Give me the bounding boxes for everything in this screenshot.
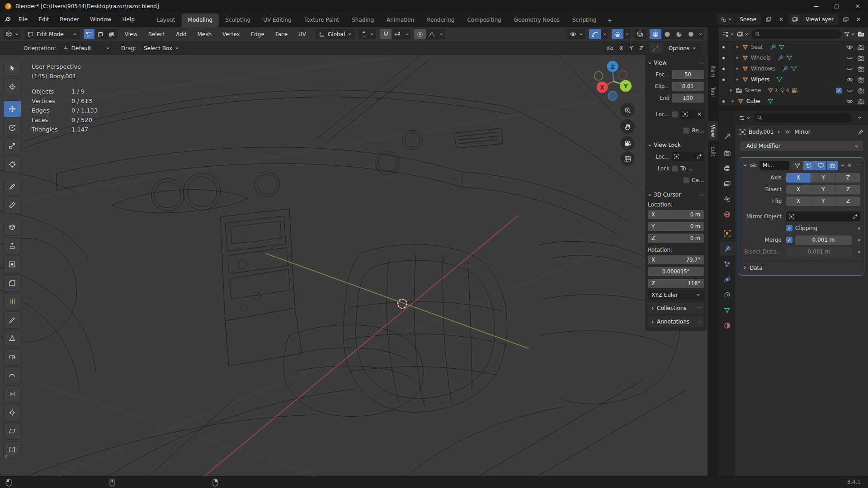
tool-rotate[interactable]	[3, 119, 21, 136]
bisect-distance-field[interactable]: 0.001 m	[786, 247, 852, 257]
shading-dropdown-chevron[interactable]	[697, 29, 704, 39]
lock-camera-checkbox[interactable]	[683, 177, 689, 183]
tab-shading[interactable]: Shading	[345, 14, 380, 27]
outliner-filter-type-dropdown[interactable]	[737, 31, 749, 38]
menu-file[interactable]: File	[14, 14, 33, 24]
modifier-extras-chevron[interactable]	[840, 163, 845, 168]
maximize-button[interactable]: ▢	[826, 0, 847, 12]
outliner-display-mode-dropdown[interactable]	[722, 32, 734, 37]
view-lock-section-header[interactable]: View Lock	[648, 140, 704, 150]
properties-search-input[interactable]	[764, 115, 819, 121]
tab-geometry-nodes[interactable]: Geometry Nodes	[508, 14, 566, 27]
menu-face[interactable]: Face	[272, 31, 291, 38]
properties-search[interactable]	[754, 113, 852, 122]
perspective-toggle-icon[interactable]	[620, 151, 635, 166]
menu-window[interactable]: Window	[85, 14, 116, 24]
viewlayer-name[interactable]: ViewLayer	[801, 16, 838, 23]
unlink-scene-icon[interactable]: ✕	[776, 14, 786, 25]
render-region-checkbox[interactable]	[683, 127, 689, 134]
tab-rendering[interactable]: Rendering	[420, 14, 461, 27]
options-dropdown[interactable]: Options	[665, 43, 699, 53]
tool-cursor[interactable]	[3, 78, 21, 95]
bisect-y-button[interactable]: Y	[811, 185, 836, 194]
show-overlays-toggle[interactable]	[612, 29, 623, 39]
display-in-viewport-toggle[interactable]	[815, 161, 826, 170]
scene-selector[interactable]: Scene	[717, 14, 761, 25]
outliner-row-windows[interactable]: Windows	[719, 63, 868, 74]
expand-icon[interactable]	[735, 56, 740, 60]
animate-dot[interactable]	[858, 227, 860, 230]
collapse-icon[interactable]	[743, 163, 747, 168]
tool-knife[interactable]	[3, 311, 21, 328]
drag-handle-icon[interactable]: ∷∷	[697, 319, 701, 324]
hide-icon[interactable]	[846, 66, 853, 71]
outliner-row-wipers[interactable]: Wipers	[719, 74, 868, 85]
add-workspace-button[interactable]: +	[603, 14, 617, 27]
tab-scene-properties[interactable]	[719, 192, 735, 206]
zoom-view-icon[interactable]	[620, 103, 635, 117]
hide-icon[interactable]	[846, 99, 853, 104]
minimize-button[interactable]: —	[806, 0, 826, 12]
snap-toggle[interactable]	[380, 29, 392, 39]
disable-render-icon[interactable]	[858, 66, 864, 72]
tab-material-properties[interactable]	[719, 319, 735, 332]
cursor-rot-z-field[interactable]: Z116°	[648, 279, 704, 288]
overlays-dropdown-chevron[interactable]	[623, 29, 631, 39]
disable-render-icon[interactable]	[858, 55, 864, 61]
focal-length-field[interactable]: 50	[672, 70, 704, 79]
display-in-render-toggle[interactable]	[827, 161, 838, 170]
menu-edge[interactable]: Edge	[247, 31, 268, 38]
tab-scripting[interactable]: Scripting	[566, 14, 603, 27]
material-shading-button[interactable]	[673, 29, 685, 39]
breadcrumb-object[interactable]: Body.001	[749, 129, 774, 135]
drag-handle-icon[interactable]: ∷∷	[700, 61, 704, 65]
menu-edit[interactable]: Edit	[33, 14, 54, 24]
orientation-dropdown[interactable]: Default	[60, 43, 113, 53]
tab-sculpting[interactable]: Sculpting	[219, 14, 257, 27]
scene-browse-icon[interactable]	[717, 14, 735, 25]
rendered-shading-button[interactable]	[685, 29, 697, 39]
tool-select-box[interactable]	[3, 60, 21, 77]
tab-modifier-properties[interactable]	[720, 242, 735, 255]
merge-checkbox[interactable]: ✓	[786, 237, 793, 243]
edge-select-button[interactable]	[95, 29, 106, 39]
axis-z-button[interactable]: Z	[836, 173, 860, 183]
tool-inset-faces[interactable]	[3, 256, 21, 273]
annotations-section-header[interactable]: Annotations ∷∷	[648, 316, 704, 327]
tool-shear[interactable]	[3, 422, 21, 440]
menu-view[interactable]: View	[121, 31, 141, 38]
wireframe-shading-button[interactable]	[650, 29, 661, 39]
drag-handle-icon[interactable]: ∷∷	[856, 163, 860, 168]
tab-view[interactable]: View	[708, 121, 718, 141]
rotation-mode-dropdown[interactable]: XYZ Euler	[648, 290, 704, 300]
animate-dot[interactable]	[858, 251, 860, 253]
tab-item[interactable]: Item	[708, 62, 718, 81]
disable-render-icon[interactable]	[858, 44, 864, 50]
pin-icon[interactable]	[858, 129, 863, 135]
tab-compositing[interactable]: Compositing	[461, 14, 507, 27]
breadcrumb-modifier[interactable]: Mirror	[794, 129, 810, 135]
expand-icon[interactable]	[731, 99, 735, 103]
transform-orientation-dropdown[interactable]: Global	[316, 29, 355, 39]
tab-layout[interactable]: Layout	[151, 14, 182, 27]
properties-editor-type-button[interactable]	[739, 115, 750, 121]
tab-particle-properties[interactable]	[719, 257, 735, 271]
animate-dot[interactable]	[858, 239, 860, 241]
tool-poly-build[interactable]	[3, 330, 21, 347]
view-section-header[interactable]: View ∷∷	[648, 58, 704, 68]
disable-render-icon[interactable]	[858, 99, 864, 104]
merge-threshold-field[interactable]: 0.001 m	[795, 235, 852, 245]
tab-constraint-properties[interactable]	[719, 288, 735, 301]
snap-dropdown-chevron[interactable]	[403, 29, 410, 39]
tool-transform[interactable]	[3, 156, 21, 173]
scene-name[interactable]: Scene	[735, 16, 761, 23]
close-button[interactable]: ✕	[847, 0, 868, 12]
proportional-edit-toggle[interactable]	[414, 29, 426, 39]
tool-scale[interactable]	[3, 137, 21, 155]
toolbar-expand-icon[interactable]	[4, 454, 9, 459]
tool-annotate[interactable]	[3, 178, 21, 195]
outliner-row-wheels[interactable]: Wheels	[719, 52, 868, 63]
remove-viewlayer-icon[interactable]: ✕	[854, 14, 863, 25]
tool-shrink-fatten[interactable]	[3, 404, 21, 421]
cursor-rot-x-field[interactable]: X79.7°	[648, 255, 704, 264]
